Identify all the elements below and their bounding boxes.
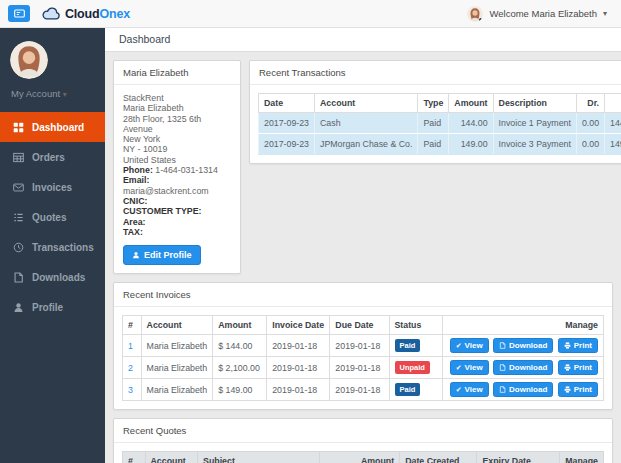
column-header: Account bbox=[141, 316, 213, 335]
invoice-row: 3 Maria Elizabeth $ 149.00 2019-01-18 20… bbox=[123, 379, 604, 401]
view-button[interactable]: ✔View bbox=[450, 382, 489, 397]
zip: NY - 10019 bbox=[123, 144, 231, 154]
column-header: # bbox=[123, 452, 146, 463]
print-button[interactable]: Print bbox=[558, 338, 598, 353]
download-button[interactable]: Download bbox=[493, 382, 553, 397]
transactions-icon bbox=[13, 242, 24, 253]
column-header: Invoice Date bbox=[267, 316, 330, 335]
tx-account: JPMorgan Chase & Co. bbox=[315, 134, 418, 155]
invoice-number-link[interactable]: 1 bbox=[128, 341, 133, 351]
user-menu[interactable]: Welcome Maria Elizabeth ▾ bbox=[467, 6, 607, 22]
edit-profile-button[interactable]: Edit Profile bbox=[123, 245, 201, 265]
column-header: Amount bbox=[449, 94, 493, 113]
customer-type-field: CUSTOMER TYPE: bbox=[123, 206, 231, 216]
recent-quotes-title: Recent Quotes bbox=[114, 419, 612, 443]
print-button[interactable]: Print bbox=[558, 382, 598, 397]
sidebar-item-orders[interactable]: Orders bbox=[0, 142, 105, 172]
status-badge: Paid bbox=[395, 383, 421, 396]
invoice-amount: $ 2,100.00 bbox=[213, 357, 267, 379]
column-header: Manage bbox=[560, 452, 604, 463]
column-header: # bbox=[123, 316, 142, 335]
check-icon: ✔ bbox=[456, 386, 462, 393]
column-header: Due Date bbox=[330, 316, 389, 335]
invoice-account: Maria Elizabeth bbox=[141, 335, 213, 357]
sidebar-item-invoices[interactable]: Invoices bbox=[0, 172, 105, 202]
status-dot bbox=[479, 18, 483, 22]
column-header: Date Created bbox=[400, 452, 477, 463]
column-header: Expiry Date bbox=[477, 452, 560, 463]
downloads-icon bbox=[13, 272, 24, 283]
tx-dr: 0.00 bbox=[576, 134, 604, 155]
brand-logo[interactable]: CloudOnex bbox=[41, 7, 130, 21]
view-button[interactable]: ✔View bbox=[450, 338, 489, 353]
recent-transactions-title: Recent Transactions bbox=[250, 61, 621, 85]
orders-icon bbox=[13, 152, 24, 163]
sidebar-item-profile[interactable]: Profile bbox=[0, 292, 105, 322]
brand-name: CloudOnex bbox=[65, 7, 130, 21]
recent-invoices-card: Recent Invoices # Account Amount Invoice… bbox=[113, 282, 613, 410]
tx-description: Invoice 3 Payment bbox=[493, 134, 576, 155]
invoice-due-date: 2019-01-18 bbox=[330, 357, 389, 379]
sidebar-avatar bbox=[10, 41, 48, 79]
print-button[interactable]: Print bbox=[558, 360, 598, 375]
contact-name: Maria Elizabeth bbox=[123, 103, 231, 113]
tax-field: TAX: bbox=[123, 227, 231, 237]
invoice-date: 2019-01-18 bbox=[267, 335, 330, 357]
cloud-logo-icon bbox=[41, 7, 62, 21]
column-header: Dr. bbox=[576, 94, 604, 113]
column-header: Type bbox=[418, 94, 449, 113]
tx-cr: 149.00 bbox=[605, 134, 621, 155]
status-badge: Unpaid bbox=[395, 361, 430, 374]
sidebar-item-quotes[interactable]: Quotes bbox=[0, 202, 105, 232]
invoice-number-link[interactable]: 3 bbox=[128, 385, 133, 395]
chevron-down-icon: ▾ bbox=[603, 9, 607, 18]
phone-field: Phone: 1-464-031-1314 bbox=[123, 165, 231, 175]
tx-date: 2017-09-23 bbox=[259, 113, 315, 134]
invoice-row: 2 Maria Elizabeth $ 2,100.00 2019-01-18 … bbox=[123, 357, 604, 379]
invoice-amount: $ 149.00 bbox=[213, 379, 267, 401]
sidebar-item-label: Transactions bbox=[32, 242, 94, 253]
invoice-account: Maria Elizabeth bbox=[141, 379, 213, 401]
tx-type: Paid bbox=[418, 113, 449, 134]
tx-date: 2017-09-23 bbox=[259, 134, 315, 155]
column-header: Description bbox=[493, 94, 576, 113]
column-header: Account bbox=[145, 452, 198, 463]
download-button[interactable]: Download bbox=[493, 360, 553, 375]
sidebar-item-transactions[interactable]: Transactions bbox=[0, 232, 105, 262]
column-header: Status bbox=[389, 316, 442, 335]
sidebar-item-label: Invoices bbox=[32, 182, 72, 193]
sidebar-toggle-button[interactable] bbox=[8, 5, 30, 22]
invoice-date: 2019-01-18 bbox=[267, 379, 330, 401]
sidebar-item-downloads[interactable]: Downloads bbox=[0, 262, 105, 292]
recent-invoices-title: Recent Invoices bbox=[114, 283, 612, 307]
invoice-row: 1 Maria Elizabeth $ 144.00 2019-01-18 20… bbox=[123, 335, 604, 357]
address-line: 28th Floor, 1325 6th Avenue bbox=[123, 114, 231, 135]
view-button[interactable]: ✔View bbox=[450, 360, 489, 375]
tx-type: Paid bbox=[418, 134, 449, 155]
dashboard-icon bbox=[13, 122, 24, 133]
download-file-icon bbox=[499, 386, 506, 393]
cloudonex-portal: CloudOnex Welcome Maria Elizabeth ▾ My A… bbox=[0, 0, 621, 463]
printer-icon bbox=[564, 364, 571, 371]
my-account-dropdown[interactable]: My Account ▾ bbox=[11, 88, 105, 99]
invoice-due-date: 2019-01-18 bbox=[330, 379, 389, 401]
city: New York bbox=[123, 134, 231, 144]
invoice-number-link[interactable]: 2 bbox=[128, 363, 133, 373]
sidebar-item-label: Downloads bbox=[32, 272, 85, 283]
invoice-due-date: 2019-01-18 bbox=[330, 335, 389, 357]
invoices-table: # Account Amount Invoice Date Due Date S… bbox=[122, 315, 604, 401]
chevron-down-icon: ▾ bbox=[63, 90, 67, 99]
sidebar-item-dashboard[interactable]: Dashboard bbox=[0, 112, 105, 142]
invoice-date: 2019-01-18 bbox=[267, 357, 330, 379]
download-file-icon bbox=[499, 364, 506, 371]
quotes-icon bbox=[13, 212, 24, 223]
my-account-label: My Account bbox=[11, 88, 60, 99]
check-icon: ✔ bbox=[456, 342, 462, 349]
tx-description: Invoice 1 Payment bbox=[493, 113, 576, 134]
column-header: Manage bbox=[442, 316, 603, 335]
person-icon bbox=[132, 251, 140, 259]
tx-amount: 149.00 bbox=[449, 134, 493, 155]
download-button[interactable]: Download bbox=[493, 338, 553, 353]
tx-account: Cash bbox=[315, 113, 418, 134]
area-field: Area: bbox=[123, 217, 231, 227]
